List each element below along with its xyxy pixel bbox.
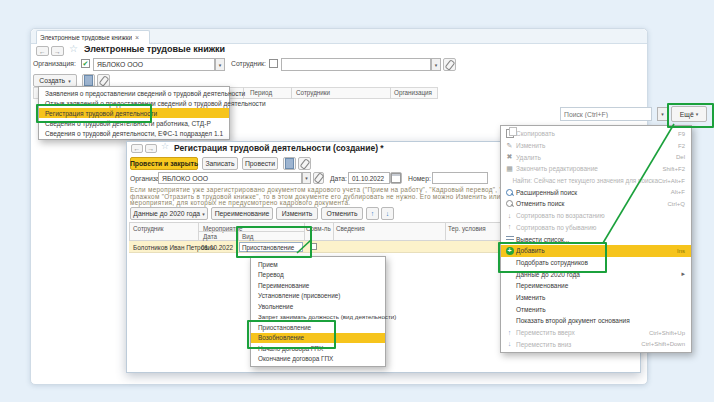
window1-title: Электронные трудовые книжки: [84, 44, 225, 54]
column-info[interactable]: Сведения: [336, 225, 365, 232]
create-menu-item[interactable]: Сведения о трудовой деятельности, ЕФС-1 …: [39, 128, 229, 138]
sort-descending-icon: ↑: [503, 223, 516, 231]
back-button[interactable]: ←: [131, 144, 143, 153]
arrow-up-icon: ↑: [503, 329, 516, 337]
more-menu-item-data-before-2020[interactable]: Данные до 2020 года▸: [501, 268, 691, 280]
favorite-star-icon[interactable]: ☆: [161, 141, 169, 151]
more-menu-item-move-up[interactable]: ↑Переместить вверхCtrl+Shift+Up: [501, 327, 691, 339]
favorite-star-icon[interactable]: ☆: [69, 43, 78, 54]
forward-button[interactable]: →: [51, 46, 64, 56]
org-checkbox[interactable]: ✔: [81, 59, 90, 68]
move-down-button[interactable]: ↓: [381, 207, 394, 220]
org-dropdown-button[interactable]: ▾: [302, 172, 311, 184]
more-menu-item-show-second-doc[interactable]: Показать второй документ основания: [501, 315, 691, 327]
create-menu-item-registration[interactable]: Регистрация трудовой деятельности: [39, 108, 229, 118]
kind-option-suspension[interactable]: Приостановление: [251, 322, 385, 333]
arrow-down-icon: ↓: [503, 340, 516, 348]
employee-dropdown-button[interactable]: ▾: [431, 58, 441, 71]
paperclip-icon: [299, 158, 310, 170]
kind-option[interactable]: Увольнение: [251, 301, 385, 312]
cell-date[interactable]: 01.10.2022: [201, 244, 233, 251]
calendar-button[interactable]: [390, 172, 402, 184]
document-icon: [285, 158, 294, 169]
document-button[interactable]: [283, 157, 296, 170]
employee-field[interactable]: [281, 58, 431, 71]
employee-checkbox[interactable]: [269, 59, 278, 68]
search-input[interactable]: [560, 107, 652, 121]
more-menu-item-move-down[interactable]: ↓Переместить внизCtrl+Shift+Down: [501, 338, 691, 350]
back-button[interactable]: ←: [36, 46, 49, 56]
delete-icon: ✖: [503, 153, 516, 161]
more-menu-item-sort-asc[interactable]: ↓Сортировать по возрастанию: [501, 210, 691, 222]
more-button[interactable]: Ещё▾: [671, 106, 707, 122]
kind-option[interactable]: Переименование: [251, 280, 385, 291]
more-menu-item-output-list[interactable]: Вывести список...: [501, 233, 691, 245]
kind-option[interactable]: Запрет занимать должность (вид деятельно…: [251, 312, 385, 323]
more-menu-item-find[interactable]: Найти: Сейчас нет текущего значения для …: [501, 175, 691, 187]
more-menu-item-delete[interactable]: ✖УдалитьDel: [501, 151, 691, 163]
forward-button[interactable]: →: [145, 144, 157, 153]
search-dropdown-button[interactable]: ▾: [657, 107, 668, 121]
more-menu-item-edit[interactable]: ✎ИзменитьF2: [501, 140, 691, 152]
org-field[interactable]: ЯБЛОКО ООО: [93, 58, 215, 71]
more-menu-item-add[interactable]: +ДобавитьIns: [501, 245, 691, 257]
kind-option[interactable]: Начало договора ГПХ: [251, 343, 385, 354]
more-menu-item-change[interactable]: Изменить: [501, 292, 691, 304]
kind-option[interactable]: Прием: [251, 259, 385, 270]
more-menu-item-cancel-search[interactable]: Отменить поискCtrl+Q: [501, 198, 691, 210]
create-menu-item[interactable]: Отзыв заявлений о предоставлении сведени…: [39, 98, 229, 108]
chevron-down-icon: ▾: [696, 111, 699, 117]
more-menu-item-sort-desc[interactable]: ↑Сортировать по убыванию: [501, 222, 691, 234]
kind-option-resumption[interactable]: Возобновление: [251, 333, 385, 344]
data-before-2020-button[interactable]: Данные до 2020 года▾: [130, 207, 208, 220]
kind-option[interactable]: Окончание договора ГПХ: [251, 354, 385, 365]
column-date[interactable]: Дата: [203, 233, 217, 240]
column-territory[interactable]: Тер. условия: [448, 225, 486, 232]
write-button[interactable]: Записать: [202, 157, 238, 170]
attach-button[interactable]: [298, 157, 311, 170]
date-field[interactable]: 01.10.2022: [348, 172, 390, 184]
chevron-down-icon: ▾: [661, 111, 664, 117]
more-menu-item-cancel[interactable]: Отменить: [501, 303, 691, 315]
tab-close-icon[interactable]: ×: [135, 34, 139, 41]
org-dropdown-button[interactable]: ▾: [215, 58, 225, 71]
forward-icon: →: [54, 48, 61, 55]
cancel-button[interactable]: Отменить: [321, 207, 363, 220]
column-period[interactable]: Период: [250, 89, 272, 96]
more-menu-item-copy[interactable]: СкопироватьF9: [501, 128, 691, 140]
kind-edit-field[interactable]: Приостановление: [239, 242, 303, 252]
column-employees[interactable]: Сотрудники: [296, 89, 330, 96]
pencil-icon: ✎: [503, 142, 516, 150]
employee-label: Сотрудник:: [231, 60, 266, 67]
column-kind[interactable]: Вид: [242, 233, 253, 240]
kind-option[interactable]: Перевод: [251, 270, 385, 281]
column-parttime[interactable]: Совм-ль: [306, 225, 331, 232]
create-menu-item[interactable]: Заявления о предоставлении сведений о тр…: [39, 88, 229, 98]
calendar-icon: [391, 173, 401, 183]
paperclip-icon: [98, 75, 109, 87]
rename-button[interactable]: Переименование: [211, 207, 273, 220]
window2-title: Регистрация трудовой деятельности (созда…: [174, 143, 384, 153]
chevron-down-icon: ▾: [305, 175, 308, 181]
more-menu-item-finish-editing[interactable]: ▦Закончить редактированиеShift+F2: [501, 163, 691, 175]
document-icon: [84, 75, 93, 86]
column-employee[interactable]: Сотрудник: [133, 225, 164, 232]
more-menu-item-pick-employees[interactable]: Подобрать сотрудников: [501, 257, 691, 269]
post-and-close-button[interactable]: Провести и закрыть: [130, 157, 198, 170]
tab-electronic-workbooks[interactable]: Электронные трудовые книжки ×: [36, 30, 150, 44]
column-organization[interactable]: Организация: [394, 89, 432, 96]
more-menu: СкопироватьF9 ✎ИзменитьF2 ✖УдалитьDel ▦З…: [500, 125, 692, 353]
move-up-button[interactable]: ↑: [366, 207, 379, 220]
number-field[interactable]: [432, 172, 488, 184]
post-button[interactable]: Провести: [242, 157, 278, 170]
more-menu-item-advanced-search[interactable]: Расширенный поискAlt+F: [501, 186, 691, 198]
org-attach-button[interactable]: [313, 172, 324, 184]
create-menu-item[interactable]: Сведения о трудовой деятельности работни…: [39, 118, 229, 128]
more-menu-item-rename[interactable]: Переименование: [501, 280, 691, 292]
date-label: Дата:: [330, 175, 347, 182]
change-button[interactable]: Изменить: [276, 207, 318, 220]
org-field[interactable]: ЯБЛОКО ООО: [158, 172, 302, 184]
kind-option[interactable]: Установление (присвоение): [251, 291, 385, 302]
employee-attach-button[interactable]: [443, 58, 456, 71]
parttime-checkbox[interactable]: [310, 243, 317, 250]
